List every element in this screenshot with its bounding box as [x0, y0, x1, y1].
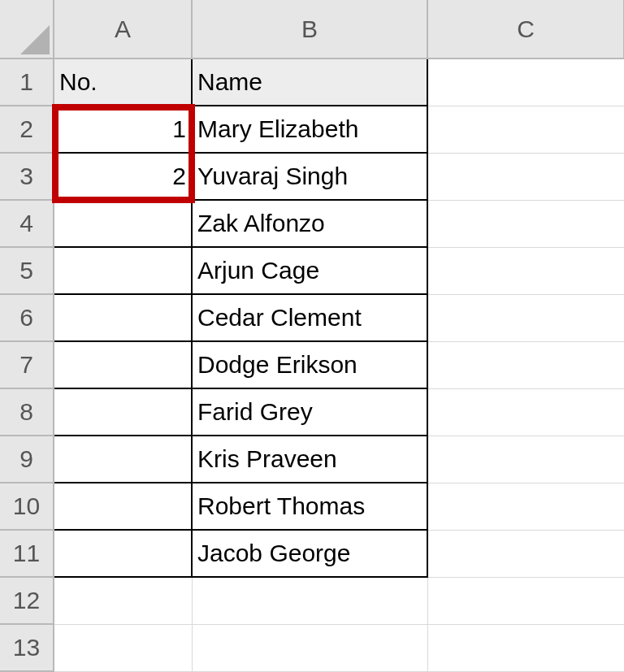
cell-A6[interactable] [54, 294, 192, 341]
cell-C9[interactable] [427, 436, 624, 483]
cell-B7[interactable]: Dodge Erikson [192, 341, 427, 388]
select-all-corner[interactable] [0, 0, 54, 59]
cell-A12[interactable] [54, 577, 192, 624]
row-5: 5 Arjun Cage [0, 247, 624, 294]
row-header-7[interactable]: 7 [0, 341, 54, 388]
row-11: 11 Jacob George [0, 530, 624, 577]
cell-B8[interactable]: Farid Grey [192, 388, 427, 436]
cell-B3[interactable]: Yuvaraj Singh [192, 153, 427, 200]
cell-B2[interactable]: Mary Elizabeth [192, 106, 427, 153]
row-header-4[interactable]: 4 [0, 200, 54, 247]
cell-A1[interactable]: No. [54, 59, 192, 106]
column-header-row: A B C [0, 0, 624, 59]
cell-A9[interactable] [54, 436, 192, 483]
row-header-12[interactable]: 12 [0, 577, 54, 624]
row-1: 1 No. Name [0, 59, 624, 106]
row-4: 4 Zak Alfonzo [0, 200, 624, 247]
cell-A5[interactable] [54, 247, 192, 294]
cell-C3[interactable] [427, 153, 624, 200]
row-header-1[interactable]: 1 [0, 59, 54, 106]
row-3: 3 2 Yuvaraj Singh [0, 153, 624, 200]
row-9: 9 Kris Praveen [0, 436, 624, 483]
cell-C1[interactable] [427, 59, 624, 106]
cell-B9[interactable]: Kris Praveen [192, 436, 427, 483]
cell-B12[interactable] [192, 577, 427, 624]
cell-C6[interactable] [427, 294, 624, 341]
row-header-13[interactable]: 13 [0, 624, 54, 671]
cell-C11[interactable] [427, 530, 624, 577]
cell-C2[interactable] [427, 106, 624, 153]
cell-B4[interactable]: Zak Alfonzo [192, 200, 427, 247]
cell-A11[interactable] [54, 530, 192, 577]
row-13: 13 [0, 624, 624, 671]
col-header-B[interactable]: B [192, 0, 427, 59]
cell-C12[interactable] [427, 577, 624, 624]
row-header-2[interactable]: 2 [0, 106, 54, 153]
spreadsheet-view: A B C 1 No. Name 2 1 Mary Elizabeth 3 2 … [0, 0, 624, 672]
cell-B13[interactable] [192, 624, 427, 671]
row-header-6[interactable]: 6 [0, 294, 54, 341]
row-7: 7 Dodge Erikson [0, 341, 624, 388]
row-12: 12 [0, 577, 624, 624]
cell-A4[interactable] [54, 200, 192, 247]
cell-B6[interactable]: Cedar Clement [192, 294, 427, 341]
row-header-5[interactable]: 5 [0, 247, 54, 294]
cell-B10[interactable]: Robert Thomas [192, 483, 427, 530]
cell-C4[interactable] [427, 200, 624, 247]
cell-A8[interactable] [54, 388, 192, 436]
row-header-10[interactable]: 10 [0, 483, 54, 530]
cell-A2[interactable]: 1 [54, 106, 192, 153]
cell-C10[interactable] [427, 483, 624, 530]
col-header-A[interactable]: A [54, 0, 192, 59]
row-10: 10 Robert Thomas [0, 483, 624, 530]
cell-B5[interactable]: Arjun Cage [192, 247, 427, 294]
cell-A10[interactable] [54, 483, 192, 530]
cell-B1[interactable]: Name [192, 59, 427, 106]
row-header-11[interactable]: 11 [0, 530, 54, 577]
cell-A13[interactable] [54, 624, 192, 671]
cell-A7[interactable] [54, 341, 192, 388]
cell-A3[interactable]: 2 [54, 153, 192, 200]
row-header-3[interactable]: 3 [0, 153, 54, 200]
cell-C7[interactable] [427, 341, 624, 388]
row-8: 8 Farid Grey [0, 388, 624, 436]
cell-C5[interactable] [427, 247, 624, 294]
row-header-9[interactable]: 9 [0, 436, 54, 483]
grid: A B C 1 No. Name 2 1 Mary Elizabeth 3 2 … [0, 0, 624, 672]
row-header-8[interactable]: 8 [0, 388, 54, 436]
row-2: 2 1 Mary Elizabeth [0, 106, 624, 153]
row-6: 6 Cedar Clement [0, 294, 624, 341]
col-header-C[interactable]: C [427, 0, 624, 59]
cell-B11[interactable]: Jacob George [192, 530, 427, 577]
cell-C13[interactable] [427, 624, 624, 671]
cell-C8[interactable] [427, 388, 624, 436]
